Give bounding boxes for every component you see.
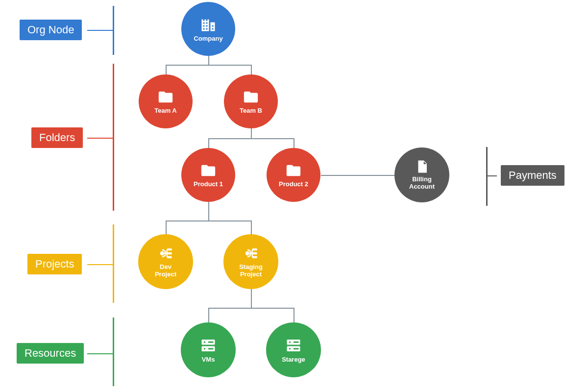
folder-icon: [285, 162, 302, 179]
node-team-b: Team B: [224, 74, 278, 128]
legend-resources: Resources: [17, 343, 84, 364]
legend-bar-projects: [113, 224, 114, 303]
connector: [251, 220, 252, 234]
svg-point-16: [289, 341, 291, 343]
svg-rect-13: [208, 348, 214, 349]
project-icon: [157, 245, 174, 262]
svg-rect-1: [167, 248, 172, 250]
legend-tick-org: [87, 30, 113, 31]
node-label: Billing Account: [409, 176, 435, 191]
node-product-2: Product 2: [267, 148, 320, 202]
folder-icon: [157, 89, 174, 105]
node-dev-project: Dev Project: [138, 234, 193, 289]
node-label: Starege: [282, 356, 305, 364]
legend-bar-payments: [486, 147, 488, 206]
legend-payments: Payments: [501, 165, 564, 186]
legend-tick-projects: [87, 264, 113, 265]
svg-point-11: [204, 347, 206, 349]
node-storage: Starege: [266, 322, 321, 377]
svg-rect-3: [167, 256, 172, 258]
node-company: Company: [181, 2, 235, 56]
connector: [166, 65, 167, 74]
svg-rect-18: [294, 341, 299, 343]
connector: [208, 202, 209, 220]
connector: [251, 289, 252, 308]
node-label: Product 1: [194, 181, 223, 188]
connector: [294, 308, 294, 322]
svg-rect-6: [252, 252, 257, 254]
svg-rect-2: [167, 252, 172, 254]
connector: [208, 308, 209, 322]
connector: [208, 138, 294, 139]
connector: [208, 308, 294, 309]
building-icon: [199, 16, 217, 33]
node-label: Staging Project: [239, 264, 263, 278]
node-product-1: Product 1: [181, 148, 235, 202]
connector: [251, 128, 252, 138]
svg-point-0: [160, 251, 165, 256]
legend-bar-org: [113, 6, 114, 55]
svg-point-17: [289, 347, 291, 349]
node-label: Company: [194, 35, 222, 43]
invoice-icon: [415, 159, 429, 174]
project-icon: [243, 245, 259, 262]
folder-icon: [243, 89, 259, 105]
legend-projects: Projects: [27, 254, 82, 274]
legend-bar-folders: [113, 64, 114, 211]
node-label: Team B: [240, 107, 262, 115]
node-billing-account: Billing Account: [394, 147, 449, 202]
connector: [166, 220, 167, 234]
node-label: VMs: [202, 356, 215, 364]
svg-point-4: [245, 251, 250, 256]
node-label: Product 2: [279, 181, 308, 188]
connector: [251, 65, 252, 74]
legend-org-node: Org Node: [20, 20, 82, 40]
legend-tick-payments: [486, 175, 497, 176]
folder-icon: [200, 162, 217, 179]
node-label: Team A: [154, 107, 177, 115]
connector: [166, 220, 252, 221]
svg-rect-19: [294, 348, 299, 349]
svg-rect-7: [252, 256, 257, 258]
connector: [166, 65, 252, 66]
connector: [321, 175, 394, 176]
node-vms: VMs: [181, 322, 236, 377]
server-icon: [199, 337, 217, 354]
node-label: Dev Project: [155, 264, 176, 278]
connector: [208, 138, 209, 148]
legend-tick-folders: [87, 138, 113, 139]
connector: [294, 138, 294, 148]
server-icon: [285, 337, 302, 354]
node-staging-project: Staging Project: [223, 234, 278, 289]
svg-point-10: [204, 341, 206, 343]
legend-tick-resources: [87, 353, 113, 354]
node-team-a: Team A: [139, 74, 193, 128]
legend-bar-resources: [113, 318, 114, 386]
legend-folders: Folders: [31, 127, 83, 148]
svg-rect-5: [252, 248, 257, 250]
svg-rect-12: [208, 341, 214, 343]
connector: [208, 55, 209, 65]
diagram-stage: Org Node Folders Projects Resources Paym…: [0, 0, 588, 392]
